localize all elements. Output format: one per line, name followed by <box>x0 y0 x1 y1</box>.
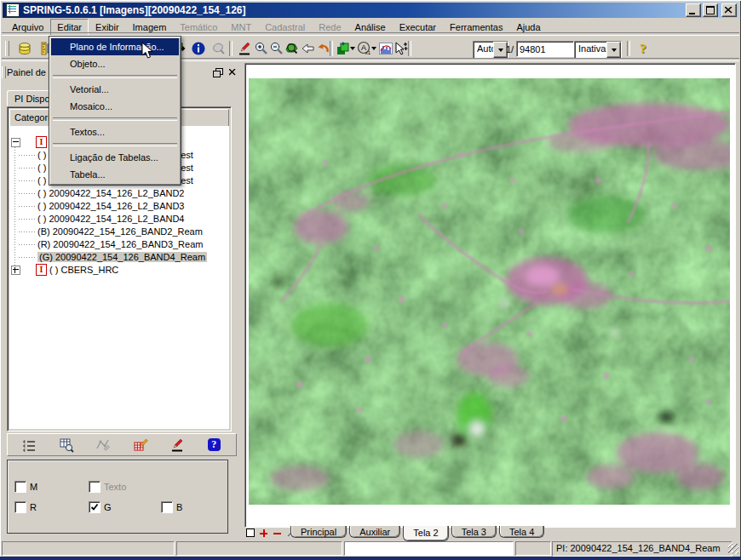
toolbar-grip[interactable] <box>5 41 9 56</box>
titlebar[interactable]: SPRING-5.0.6.1 [Imagens][20090422_154_12… <box>3 3 738 18</box>
scale-mode-select[interactable]: Auto <box>473 41 508 59</box>
list-icon <box>22 438 37 452</box>
help-button[interactable]: ? <box>634 39 652 58</box>
menu-separator <box>53 75 177 78</box>
cursor-plus-icon <box>393 41 409 56</box>
contrast-pencil-icon <box>237 41 252 56</box>
menu-rede: Rede <box>312 19 348 36</box>
contrast-button-panel[interactable] <box>168 437 187 454</box>
check-icon <box>90 503 99 511</box>
menu-item-tabela[interactable]: Tabela... <box>51 166 179 183</box>
checkbox-g[interactable] <box>89 501 101 513</box>
tab-tela3[interactable]: Tela 3 <box>451 526 497 538</box>
checkbox-b[interactable] <box>161 501 173 513</box>
image-category-icon: I <box>36 136 47 148</box>
panel-help-button[interactable]: ? <box>204 437 223 454</box>
mouse-cursor <box>141 42 153 60</box>
band-selection-group: M Texto R G B <box>7 460 228 534</box>
tab-principal[interactable]: Principal <box>290 526 347 538</box>
menu-item-vetorial[interactable]: Vetorial... <box>51 81 179 98</box>
panel-close-button[interactable] <box>227 67 238 78</box>
tree-row[interactable]: ( ) 20090422_154_126_L2_BAND2 <box>9 187 229 199</box>
status-cell-1 <box>2 541 175 556</box>
view-controls <box>246 528 296 538</box>
checkbox-texto-label: Texto <box>104 482 126 492</box>
scale-mode-value: Auto <box>474 42 493 58</box>
menu-analise[interactable]: Análise <box>348 19 393 36</box>
checkbox-m[interactable] <box>14 481 26 493</box>
toolbar-separator <box>627 41 630 56</box>
menu-item-objeto[interactable]: Objeto... <box>51 55 179 72</box>
checkbox-b-label: B <box>176 502 182 512</box>
panel-grip[interactable] <box>2 66 6 78</box>
cursor-action-select[interactable]: Inativa <box>574 41 622 59</box>
menu-item-plano-de-informacao[interactable]: Plano de Informação... <box>51 38 179 55</box>
menu-executar[interactable]: Executar <box>393 19 443 36</box>
vector-edit-icon <box>95 437 111 453</box>
tab-auxiliar[interactable]: Auxiliar <box>349 526 400 538</box>
contrast-button[interactable] <box>235 39 254 58</box>
edit-raster-button[interactable] <box>131 437 150 454</box>
consult-table-button[interactable] <box>57 437 76 454</box>
status-active-pi: PI: 20090422_154_126_BAND4_Ream <box>552 541 732 557</box>
satellite-image[interactable] <box>249 78 730 505</box>
tree-row[interactable]: ( ) 20090422_154_126_L2_BAND4 <box>9 213 229 225</box>
map-viewport[interactable] <box>244 63 736 528</box>
acquire-button-disabled <box>210 39 228 58</box>
minimize-button[interactable] <box>686 3 701 17</box>
maximize-button[interactable] <box>703 3 718 17</box>
tab-tela4[interactable]: Tela 4 <box>499 526 544 538</box>
minimize-icon <box>689 13 695 14</box>
menu-arquivo[interactable]: Arquivo <box>5 19 50 36</box>
maximize-icon <box>706 6 715 14</box>
menu-ferramentas[interactable]: Ferramentas <box>443 19 509 36</box>
checkbox-r[interactable] <box>14 501 26 513</box>
undo-icon <box>315 41 330 56</box>
info-button[interactable] <box>189 39 208 58</box>
status-cell-2 <box>176 541 342 556</box>
menu-item-textos[interactable]: Textos... <box>51 123 179 140</box>
menu-item-ligacao-de-tabelas[interactable]: Ligação de Tabelas... <box>51 149 179 166</box>
zoom-minus-button[interactable] <box>273 529 282 538</box>
list-pi-button[interactable] <box>20 437 39 454</box>
chevron-down-icon <box>612 49 617 52</box>
window-bottom-border <box>0 557 741 560</box>
menu-cadastral: Cadastral <box>258 19 312 36</box>
scale-denominator-input[interactable] <box>516 41 574 57</box>
tree-row[interactable]: I ( ) CBERS_HRC <box>9 264 229 276</box>
cursor-action-dropdown[interactable] <box>606 42 621 58</box>
resize-grip[interactable] <box>728 544 738 554</box>
chevron-down-icon <box>498 49 503 52</box>
menu-ajuda[interactable]: Ajuda <box>509 19 547 36</box>
toolbar-separator <box>330 41 333 56</box>
toolbar-separator <box>229 41 233 56</box>
checkbox-r-label: R <box>30 502 37 512</box>
tab-tela2[interactable]: Tela 2 <box>403 526 448 541</box>
panel-toolbar: ? <box>7 433 237 456</box>
menu-imagem[interactable]: Imagem <box>126 19 174 36</box>
database-icon <box>17 41 32 56</box>
database-button[interactable] <box>15 39 34 58</box>
menu-editar[interactable]: Editar <box>50 19 89 37</box>
menu-separator <box>53 143 177 146</box>
checkbox-g-label: G <box>104 502 112 512</box>
zoom-area-icon <box>284 41 300 56</box>
checkbox-texto[interactable] <box>89 481 101 493</box>
menu-item-mosaico[interactable]: Mosaico... <box>51 98 179 115</box>
close-button[interactable] <box>721 3 737 17</box>
panel-undock-button[interactable] <box>212 67 224 78</box>
zoom-plus-button[interactable] <box>259 529 268 538</box>
tree-row[interactable]: (R) 20090422_154_126_BAND3_Ream <box>9 238 229 250</box>
menu-tematico: Temático <box>173 19 224 36</box>
help-icon: ? <box>640 42 646 56</box>
collapse-icon[interactable] <box>11 138 20 147</box>
menu-exibir[interactable]: Exibir <box>89 19 126 36</box>
close-icon <box>725 7 732 14</box>
expand-icon[interactable] <box>11 266 20 275</box>
tree-row-selected[interactable]: (G) 20090422_154_126_BAND4_Ream <box>9 251 229 263</box>
tree-row[interactable]: ( ) 20090422_154_126_L2_BAND3 <box>9 200 229 212</box>
chevron-down-icon <box>371 47 376 50</box>
view-frame-button[interactable] <box>246 529 255 537</box>
acquire-icon <box>211 41 227 56</box>
tree-row[interactable]: (B) 20090422_154_126_BAND2_Ream <box>9 226 229 237</box>
